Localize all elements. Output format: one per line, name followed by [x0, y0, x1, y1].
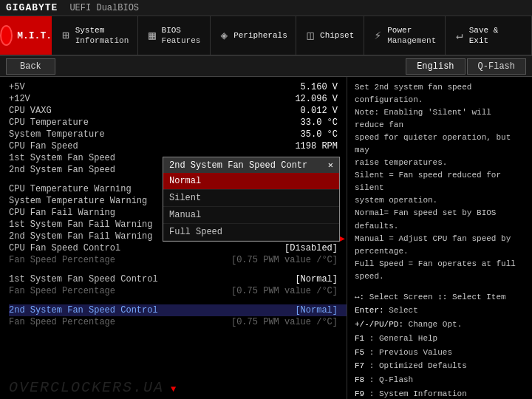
action-bar: Back English Q-Flash [0, 56, 532, 77]
dropdown-option-normal[interactable]: Normal [163, 173, 339, 190]
bios-features-icon: ▦ [149, 28, 156, 43]
power-icon: ⚡ [375, 28, 382, 43]
tab-bios-features-line1: BIOS [162, 25, 201, 35]
dual-bios-label: UEFI DualBIOS [69, 3, 139, 13]
tab-peripherals[interactable]: ◈ Peripherals [211, 16, 297, 55]
nav-tabs: M.I.T. ⊞ System Information ▦ BIOS Featu… [0, 16, 532, 56]
peripherals-icon: ◈ [221, 28, 228, 43]
tab-power-line2: Management [387, 35, 436, 46]
row-5v: +5V 5.160 V [9, 81, 347, 93]
dropdown-title: 2nd System Fan Speed Contr ✕ [163, 157, 339, 173]
row-1st-fan-pct: Fan Speed Percentage [0.75 PWM value /°C… [9, 285, 347, 297]
row-cpu-fan-ctrl[interactable]: CPU Fan Speed Control [Disabled] [9, 242, 347, 254]
hotkey-f8: F8 : Q-Flash [355, 373, 525, 387]
hotkeys-panel: ↔: Select Screen ↕: Select Item Enter: S… [355, 290, 525, 399]
tab-chipset[interactable]: ◫ Chipset [296, 16, 364, 55]
row-12v: +12V 12.096 V [9, 93, 347, 105]
hotkey-f9: F9 : System Information [355, 387, 525, 399]
top-bar: GIGABYTE UEFI DualBIOS [0, 0, 532, 16]
tab-peripherals-label: Peripherals [233, 30, 287, 41]
row-2nd-fan-pct: Fan Speed Percentage [0.75 PWM value /°C… [9, 316, 347, 328]
qflash-button[interactable]: Q-Flash [467, 58, 526, 75]
dropdown-option-manual[interactable]: Manual [163, 207, 339, 224]
description-text: Set 2nd system fan speed configuration. … [355, 81, 525, 283]
tab-power-line1: Power [387, 25, 436, 35]
row-cpu-temp: CPU Temperature 33.0 °C [9, 117, 347, 129]
tab-system-info-line1: System [75, 25, 129, 35]
row-cpu-vaxg: CPU VAXG 0.012 V [9, 105, 347, 117]
tab-bios-features[interactable]: ▦ BIOS Features [138, 16, 211, 55]
hotkey-select-screen: ↔: Select Screen ↕: Select Item [355, 290, 525, 304]
row-cpu-fan-pct: Fan Speed Percentage [0.75 PWM value /°C… [9, 254, 347, 266]
tab-power[interactable]: ⚡ Power Management [364, 16, 446, 55]
dropdown-close-icon[interactable]: ✕ [328, 160, 333, 171]
mit-tab[interactable]: M.I.T. [0, 16, 52, 55]
hotkey-enter: Enter: Select [355, 304, 525, 318]
tab-save-exit[interactable]: ↵ Save & Exit [446, 16, 532, 55]
watermark: OVERCLOCKERS.UA [9, 379, 164, 396]
tab-save-exit-label: Save & Exit [469, 25, 521, 47]
dropdown-option-fullspeed[interactable]: Full Speed [163, 224, 339, 241]
right-panel: Set 2nd system fan speed configuration. … [347, 77, 532, 399]
mit-dot [0, 25, 13, 46]
brand-logo: GIGABYTE [6, 2, 58, 13]
english-button[interactable]: English [406, 58, 465, 75]
tab-chipset-label: Chipset [320, 30, 354, 41]
hotkey-f1: F1 : General Help [355, 332, 525, 346]
main-content: +5V 5.160 V +12V 12.096 V CPU VAXG 0.012… [0, 77, 532, 399]
dropdown-option-silent[interactable]: Silent [163, 190, 339, 207]
spacer-2 [9, 266, 347, 273]
mit-label: M.I.T. [17, 30, 52, 41]
hotkey-f7: F7 : Optimized Defaults [355, 359, 525, 373]
row-cpu-fan: CPU Fan Speed 1198 RPM [9, 140, 347, 152]
row-1st-fan-ctrl[interactable]: 1st System Fan Speed Control [Normal] [9, 273, 347, 285]
dropdown-popup[interactable]: 2nd System Fan Speed Contr ✕ Normal Sile… [163, 157, 340, 242]
row-sys-temp: System Temperature 35.0 °C [9, 129, 347, 140]
row-2nd-fan-ctrl[interactable]: 2nd System Fan Speed Control [Normal] [9, 304, 347, 316]
save-exit-icon: ↵ [456, 28, 463, 43]
hotkey-f5: F5 : Previous Values [355, 346, 525, 360]
triangle-down-indicator: ▼ [171, 384, 176, 395]
system-info-icon: ⊞ [62, 28, 69, 43]
tab-system-info[interactable]: ⊞ System Information [52, 16, 138, 55]
back-button[interactable]: Back [6, 58, 55, 75]
chipset-icon: ◫ [307, 28, 314, 43]
left-panel: +5V 5.160 V +12V 12.096 V CPU VAXG 0.012… [0, 77, 347, 399]
tab-system-info-line2: Information [75, 35, 129, 46]
spacer-3 [9, 297, 347, 304]
tab-bios-features-line2: Features [162, 35, 201, 46]
hotkey-change: +/-/PU/PD: Change Opt. [355, 318, 525, 332]
